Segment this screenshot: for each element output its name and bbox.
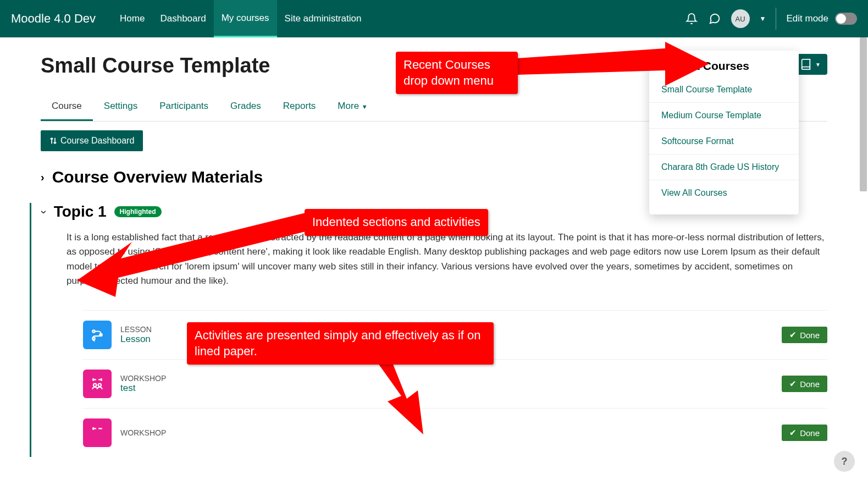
workshop-icon — [83, 370, 112, 398]
nav-dashboard[interactable]: Dashboard — [152, 0, 213, 37]
updown-icon — [49, 137, 57, 145]
topic-title: Topic 1 — [54, 203, 107, 221]
tab-settings[interactable]: Settings — [93, 93, 148, 121]
navbar-right: AU ▼ Edit mode — [685, 8, 857, 30]
divider — [776, 8, 776, 30]
nav-mycourses[interactable]: My courses — [214, 0, 277, 37]
highlighted-badge: Highlighted — [114, 206, 162, 217]
activity-workshop[interactable]: WORKSHOP test ✔Done — [83, 359, 827, 408]
tab-reports[interactable]: Reports — [272, 93, 327, 121]
svg-point-4 — [98, 384, 101, 387]
lesson-icon — [83, 321, 112, 349]
chevron-down-icon: ▼ — [362, 103, 368, 110]
chevron-down-icon[interactable]: › — [38, 210, 51, 214]
edit-mode-label: Edit mode — [786, 13, 828, 24]
recent-courses-dropdown: Recent Courses Small Course Template Med… — [649, 51, 799, 214]
course-dashboard-button[interactable]: Course Dashboard — [41, 130, 143, 151]
activity-lesson[interactable]: LESSON Lesson ✔Done — [83, 310, 827, 359]
tab-more[interactable]: More ▼ — [327, 93, 378, 121]
nav-links: Home Dashboard My courses Site administr… — [112, 0, 369, 37]
done-button[interactable]: ✔Done — [782, 425, 827, 441]
messages-icon[interactable] — [708, 12, 721, 25]
chevron-right-icon[interactable]: › — [41, 171, 45, 184]
dropdown-item[interactable]: View All Courses — [649, 180, 799, 206]
done-button[interactable]: ✔Done — [782, 327, 827, 343]
activity-name[interactable]: test — [120, 383, 166, 394]
workshop-icon — [83, 418, 112, 447]
dropdown-item[interactable]: Charara 8th Grade US History — [649, 154, 799, 180]
dropdown-item[interactable]: Softcourse Format — [649, 128, 799, 154]
topic-description: It is a long established fact that a rea… — [67, 230, 827, 288]
nav-siteadmin[interactable]: Site administration — [277, 0, 369, 37]
activity-type: WORKSHOP — [120, 428, 166, 437]
activity-workshop[interactable]: WORKSHOP ✔Done — [83, 408, 827, 457]
check-icon: ✔ — [789, 330, 797, 340]
activities-list: LESSON Lesson ✔Done WORKSHOP test ✔Done — [83, 310, 827, 457]
activity-name[interactable]: Lesson — [120, 334, 152, 345]
check-icon: ✔ — [789, 428, 797, 438]
dropdown-item[interactable]: Small Course Template — [649, 77, 799, 102]
activity-type: LESSON — [120, 325, 152, 334]
brand: Moodle 4.0 Dev — [11, 12, 96, 26]
user-avatar[interactable]: AU — [731, 9, 750, 28]
done-button[interactable]: ✔Done — [782, 376, 827, 392]
edit-mode-toggle[interactable] — [835, 13, 857, 25]
book-icon — [800, 58, 812, 70]
tab-grades[interactable]: Grades — [219, 93, 272, 121]
chevron-down-icon[interactable]: ▼ — [760, 15, 766, 23]
check-icon: ✔ — [789, 379, 797, 389]
svg-point-3 — [93, 384, 96, 387]
edit-mode: Edit mode — [786, 13, 857, 25]
dropdown-title: Recent Courses — [649, 59, 799, 77]
navbar: Moodle 4.0 Dev Home Dashboard My courses… — [0, 0, 868, 37]
tab-participants[interactable]: Participants — [148, 93, 219, 121]
notifications-icon[interactable] — [685, 12, 698, 25]
course-title: Small Course Template — [41, 54, 270, 78]
help-button[interactable]: ? — [834, 451, 855, 472]
dropdown-item[interactable]: Medium Course Template — [649, 102, 799, 128]
tab-course[interactable]: Course — [41, 93, 93, 121]
chevron-down-icon: ▼ — [815, 62, 821, 68]
nav-home[interactable]: Home — [112, 0, 152, 37]
activity-type: WORKSHOP — [120, 374, 166, 383]
svg-point-0 — [92, 330, 95, 333]
